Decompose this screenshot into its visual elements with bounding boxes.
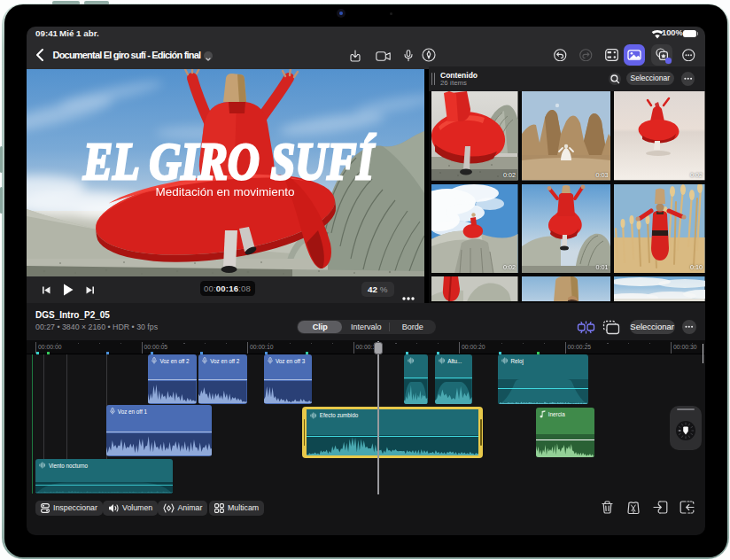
svg-text:Meditación en movimiento: Meditación en movimiento <box>156 185 295 198</box>
svg-text:EL GIRO SUFÍ: EL GIRO SUFÍ <box>82 132 376 191</box>
